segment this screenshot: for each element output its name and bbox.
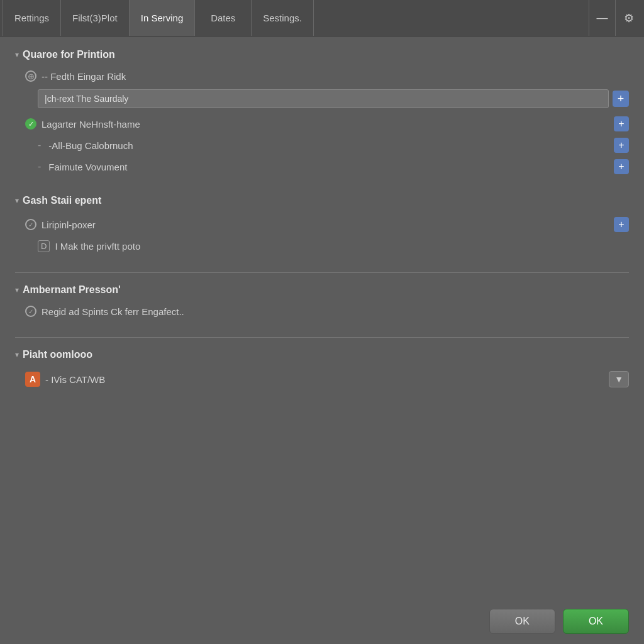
plus-button-2[interactable]: + [614,138,629,153]
section-ambernant: ▾ Ambernant Presson' ✓ Regid ad Spints C… [15,284,629,319]
settings-icon-button[interactable]: ⚙ [615,0,641,36]
section-arrow-ambernant[interactable]: ▾ [15,286,19,294]
list-item-1: ✓ Lagarter NeHnsft-hame + [15,113,629,135]
tab-in-serving[interactable]: In Serving [130,0,196,36]
item-label-1: Lagarter NeHnsft-hame [42,119,609,130]
section-title-piaht: Piaht oomlooo [23,349,92,360]
section-ambernant-header: ▾ Ambernant Presson' [15,284,629,296]
section-arrow-gash[interactable]: ▾ [15,196,19,205]
section-piaht-header: ▾ Piaht oomlooo [15,349,629,360]
section-queue-for-print: ▾ Quaroe for Printion ⊕ -- Fedth Eingar … [15,49,629,177]
divider-2 [15,337,629,338]
list-item-3: - Faimute Vovument + [15,156,629,177]
section-arrow-queue[interactable]: ▾ [15,50,19,59]
gash-sub-item: D I Mak the privftt poto [15,235,629,255]
section-arrow-piaht[interactable]: ▾ [15,350,19,359]
section-title-ambernant: Ambernant Presson' [23,284,121,296]
plus-button-3[interactable]: + [614,159,629,174]
ok-gray-button[interactable]: OK [489,609,555,634]
minimize-button[interactable]: — [589,0,615,36]
ok-green-button[interactable]: OK [563,609,629,634]
bottom-bar: OK OK [474,599,644,644]
search-input[interactable] [38,89,609,108]
ambernant-item-label: Regid ad Spints Ck ferr Engafect.. [42,306,629,317]
gash-sub-label: I Mak the privftt poto [55,241,629,252]
tab-dates[interactable]: Dates [195,0,252,36]
ambernant-check-icon: ✓ [25,306,36,317]
divider [15,272,629,273]
add-filter-icon[interactable]: ⊕ [25,70,36,82]
tab-first-plot[interactable]: Filst(3)Plot [61,0,130,36]
section-gash-state: ▾ Gash Staii epent ✓ Liripinl-poxer + D … [15,195,629,255]
check-icon-1: ✓ [25,118,36,130]
check-outline-icon: ✓ [25,219,36,230]
section-title-queue: Quaroe for Printion [23,49,115,60]
add-filter-label: -- Fedth Eingar Ridk [42,71,629,82]
piaht-item-label: - IVis CAT/WB [45,374,604,385]
section-piaht: ▾ Piaht oomlooo A - IVis CAT/WB ▼ [15,349,629,391]
section-gash-header: ▾ Gash Staii epent [15,195,629,206]
font-icon: A [25,372,40,387]
gash-plus-button[interactable]: + [614,217,629,232]
sub-icon: D [38,240,50,252]
tab-sestings[interactable]: Sestings. [252,0,314,36]
gash-item-check: ✓ Liripinl-poxer + [15,214,629,235]
tab-rettings[interactable]: Rettings [3,0,61,36]
ambernant-item: ✓ Regid ad Spints Ck ferr Engafect.. [15,303,629,319]
piaht-item: A - IVis CAT/WB ▼ [15,368,629,391]
search-add-button[interactable]: + [613,91,629,107]
tab-bar: Rettings Filst(3)Plot In Serving Dates S… [0,0,644,36]
plus-button-1[interactable]: + [614,116,629,131]
gash-item-label: Liripinl-poxer [42,219,609,230]
section-title-gash: Gash Staii epent [23,195,101,206]
item-label-3: Faimute Vovument [48,162,609,172]
section-queue-header: ▾ Quaroe for Printion [15,49,629,60]
main-content: ▾ Quaroe for Printion ⊕ -- Fedth Eingar … [0,36,644,644]
list-item-2: - -All-Bug Calobrnuch + [15,135,629,156]
add-filter-row: ⊕ -- Fedth Eingar Ridk [15,68,629,84]
item-label-2: -All-Bug Calobrnuch [48,140,609,151]
text-input-row: + [38,89,629,108]
piaht-dropdown-button[interactable]: ▼ [609,371,629,387]
